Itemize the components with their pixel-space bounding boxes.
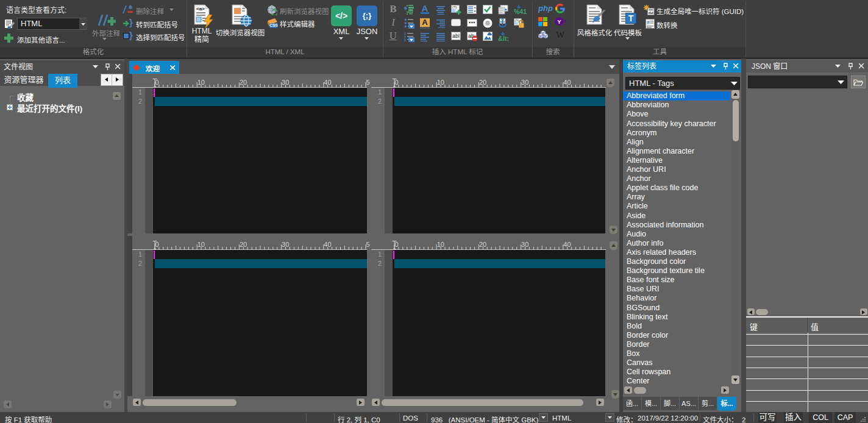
svg-text:CSS: CSS <box>269 23 278 27</box>
svg-text:50: 50 <box>366 79 371 86</box>
svg-text:<a>: <a> <box>196 6 205 12</box>
svg-text:Y: Y <box>557 18 561 25</box>
svg-text:(?): (?) <box>515 19 519 23</box>
svg-text:50: 50 <box>366 241 371 248</box>
svg-text:&lt;: &lt; <box>498 35 508 42</box>
svg-text:(?): (?) <box>452 5 457 9</box>
svg-text:%41: %41 <box>514 8 527 15</box>
svg-text:0: 0 <box>395 79 399 86</box>
svg-text:!: ! <box>564 18 566 26</box>
svg-text:3: 3 <box>404 38 406 41</box>
svg-text:0: 0 <box>395 241 399 248</box>
svg-text:#: # <box>647 20 650 26</box>
svg-text:0: 0 <box>155 79 159 86</box>
svg-text:0: 0 <box>155 241 159 248</box>
